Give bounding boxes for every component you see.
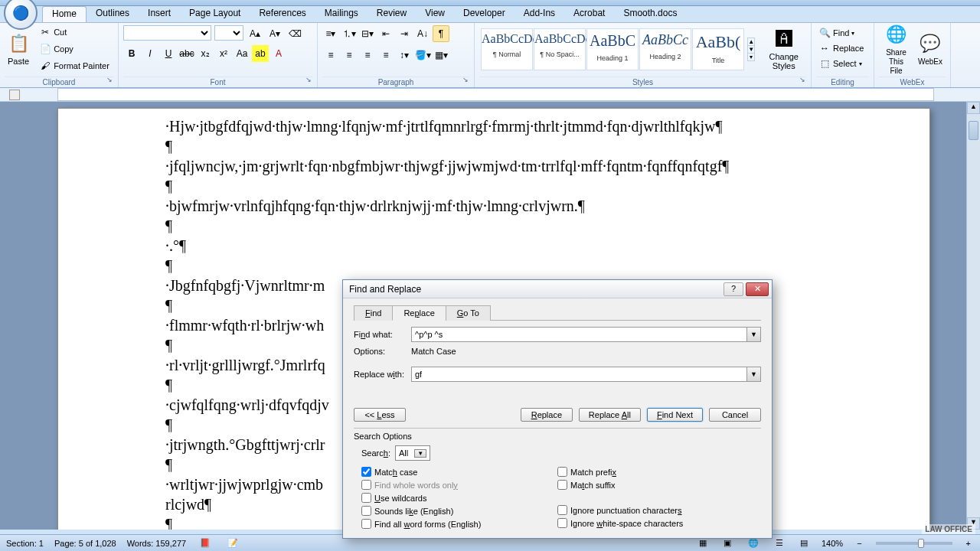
increase-indent-button[interactable]: ⇥ (396, 25, 413, 42)
cancel-button[interactable]: Cancel (709, 408, 761, 422)
tab-selector[interactable] (9, 90, 20, 100)
dialog-titlebar[interactable]: Find and Replace ? ✕ (343, 280, 772, 298)
whole-words-checkbox[interactable]: Find whole words only (361, 480, 557, 490)
align-center-button[interactable]: ≡ (341, 47, 358, 64)
document-line[interactable]: ·jfqljwncjw,·jm·grjwrlt·fqn·nbgfmbjwr·th… (165, 156, 822, 176)
document-line[interactable]: ¶ (165, 136, 822, 156)
styles-dialog-launcher[interactable]: ↘ (799, 76, 809, 86)
tab-view[interactable]: View (416, 6, 454, 22)
replace-all-button[interactable]: Replace All (579, 408, 641, 422)
share-file-button[interactable]: 🌐Share This File (879, 21, 913, 77)
tab-insert[interactable]: Insert (139, 6, 180, 22)
align-left-button[interactable]: ≡ (322, 47, 339, 64)
style-normal[interactable]: AaBbCcDc¶ Normal (481, 28, 533, 70)
less-button[interactable]: << Less (354, 408, 406, 422)
ignore-whitespace-checkbox[interactable]: Ignore white-space characters (557, 518, 753, 528)
cut-button[interactable]: ✂Cut (37, 24, 112, 40)
dialog-tab-replace[interactable]: Replace (392, 305, 446, 321)
document-line[interactable]: ·.°¶ (165, 236, 822, 256)
find-button[interactable]: 🔍Find▾ (816, 25, 869, 41)
shading-button[interactable]: 🪣▾ (414, 47, 431, 64)
select-button[interactable]: ⬚Select▾ (816, 56, 869, 71)
dialog-close-button[interactable]: ✕ (746, 282, 769, 296)
font-dialog-launcher[interactable]: ↘ (305, 76, 315, 86)
tab-outlines[interactable]: Outlines (87, 6, 139, 22)
wildcards-checkbox[interactable]: Use wildcards (361, 493, 557, 503)
grow-font-button[interactable]: A▴ (247, 25, 263, 42)
replace-button[interactable]: ↔Replace (816, 41, 869, 56)
subscript-button[interactable]: x₂ (197, 45, 214, 62)
line-spacing-button[interactable]: ↕▾ (396, 47, 413, 64)
shrink-font-button[interactable]: A▾ (266, 25, 283, 42)
zoom-in-button[interactable]: + (963, 539, 974, 548)
search-direction-select[interactable]: All ▼ (395, 445, 430, 461)
borders-button[interactable]: ▦▾ (433, 47, 449, 64)
zoom-slider[interactable] (876, 542, 952, 545)
font-color-button[interactable]: A (270, 45, 287, 62)
replace-with-dropdown[interactable]: ▼ (747, 367, 761, 382)
scroll-thumb[interactable] (969, 121, 978, 140)
spell-check-button[interactable]: 📕 (197, 538, 214, 548)
status-page[interactable]: Page: 5 of 1,028 (54, 539, 116, 548)
align-right-button[interactable]: ≡ (359, 47, 376, 64)
view-outline[interactable]: ☰ (773, 538, 786, 548)
italic-button[interactable]: I (142, 45, 158, 62)
zoom-out-button[interactable]: − (854, 539, 864, 548)
multilevel-button[interactable]: ⊟▾ (359, 25, 376, 42)
style-heading-2[interactable]: AaBbCcHeading 2 (639, 28, 691, 70)
tab-addins[interactable]: Add-Ins (514, 6, 564, 22)
dialog-tab-goto[interactable]: Go To (446, 305, 491, 321)
zoom-slider-handle[interactable] (918, 539, 924, 548)
document-line[interactable]: ·bjwfmrjw·vrlnfqjhfqng·fqn·thjw·drlrknjw… (165, 196, 822, 216)
match-case-checkbox[interactable]: Match case (361, 467, 557, 477)
tab-acrobat[interactable]: Acrobat (564, 6, 614, 22)
styles-scroll-up[interactable]: ▲ (748, 38, 754, 45)
tab-developer[interactable]: Developer (454, 6, 514, 22)
change-case-button[interactable]: Aa (234, 45, 250, 62)
style-heading-1[interactable]: AaBbCHeading 1 (586, 28, 639, 70)
document-line[interactable]: ¶ (165, 176, 822, 196)
vertical-scrollbar[interactable]: ▲ ▼ (966, 102, 980, 530)
copy-button[interactable]: 📄Copy (37, 41, 112, 57)
match-prefix-checkbox[interactable]: Match prefix (557, 467, 753, 477)
paste-button[interactable]: 📋 Paste (5, 31, 32, 67)
superscript-button[interactable]: x² (215, 45, 232, 62)
find-next-button[interactable]: Find Next (647, 408, 703, 422)
format-painter-button[interactable]: 🖌Format Painter (37, 58, 112, 73)
sounds-like-checkbox[interactable]: Sounds like (English) (361, 506, 557, 516)
numbering-button[interactable]: ⒈▾ (341, 25, 358, 42)
bullets-button[interactable]: ≡▾ (322, 25, 339, 42)
styles-scroll-down[interactable]: ▼ (748, 45, 754, 53)
style-no-spacing[interactable]: AaBbCcDc¶ No Spaci... (534, 28, 586, 70)
styles-gallery[interactable]: AaBbCcDc¶ Normal AaBbCcDc¶ No Spaci... A… (479, 27, 746, 72)
sort-button[interactable]: A↓ (414, 25, 431, 42)
styles-more[interactable]: ▾ (748, 53, 754, 60)
replace-with-input[interactable] (411, 367, 747, 382)
word-forms-checkbox[interactable]: Find all word forms (English) (361, 519, 557, 529)
view-print-layout[interactable]: ▦ (696, 538, 710, 548)
scroll-up-button[interactable]: ▲ (967, 102, 980, 114)
paragraph-dialog-launcher[interactable]: ↘ (462, 76, 472, 86)
dialog-tab-find[interactable]: Find (354, 305, 393, 321)
tab-page-layout[interactable]: Page Layout (180, 6, 250, 22)
document-line[interactable]: ¶ (165, 256, 822, 276)
clear-formatting-button[interactable]: ⌫ (286, 25, 303, 42)
ignore-punct-checkbox[interactable]: Ignore punctuation characters (557, 505, 753, 515)
font-name-select[interactable] (123, 25, 211, 41)
document-line[interactable]: ·Hjw·jtbgfdfqjwd·thjw·lmng·lfqnjw·mf·jtr… (165, 116, 822, 136)
view-web-layout[interactable]: 🌐 (745, 538, 762, 548)
tab-references[interactable]: References (250, 6, 315, 22)
zoom-level[interactable]: 140% (822, 539, 843, 548)
find-what-dropdown[interactable]: ▼ (747, 327, 761, 342)
replace-one-button[interactable]: Replace (521, 408, 573, 422)
dialog-help-button[interactable]: ? (724, 282, 743, 296)
tab-mailings[interactable]: Mailings (315, 6, 368, 22)
status-section[interactable]: Section: 1 (6, 539, 44, 548)
show-hide-button[interactable]: ¶ (433, 25, 449, 42)
decrease-indent-button[interactable]: ⇤ (377, 25, 394, 42)
track-changes-button[interactable]: 📝 (224, 538, 241, 548)
view-draft[interactable]: ▤ (797, 538, 811, 548)
strikethrough-button[interactable]: abc (178, 45, 195, 62)
tab-smoothdocs[interactable]: Smooth.docs (614, 6, 686, 22)
document-line[interactable]: ¶ (165, 216, 822, 236)
